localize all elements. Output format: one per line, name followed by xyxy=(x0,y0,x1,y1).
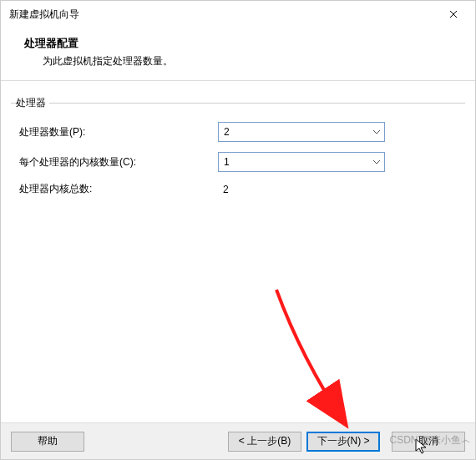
close-icon xyxy=(449,8,458,21)
back-button[interactable]: < 上一步(B) xyxy=(228,432,301,452)
cancel-button[interactable]: 取消 xyxy=(392,432,465,452)
annotation-arrow xyxy=(268,283,385,442)
wizard-header: 处理器配置 为此虚拟机指定处理器数量。 xyxy=(1,28,475,81)
group-legend: 处理器 xyxy=(16,96,49,110)
input-processor-count[interactable] xyxy=(219,123,384,141)
row-processor-count: 处理器数量(P): xyxy=(19,122,457,142)
label-total-cores: 处理器内核总数: xyxy=(19,182,218,196)
value-total-cores: 2 xyxy=(218,184,229,195)
titlebar: 新建虚拟机向导 xyxy=(1,1,475,28)
row-total-cores: 处理器内核总数: 2 xyxy=(19,182,457,196)
label-processor-count: 处理器数量(P): xyxy=(19,125,218,139)
page-title: 处理器配置 xyxy=(24,36,457,51)
window-title: 新建虚拟机向导 xyxy=(9,8,79,22)
combo-processor-count[interactable] xyxy=(218,122,385,142)
footer-bar: 帮助 < 上一步(B) 下一步(N) > 取消 xyxy=(1,422,475,459)
help-button[interactable]: 帮助 xyxy=(11,432,84,452)
label-cores-per-processor: 每个处理器的内核数量(C): xyxy=(19,155,218,169)
wizard-dialog: 新建虚拟机向导 处理器配置 为此虚拟机指定处理器数量。 处理器 处理器数量(P)… xyxy=(0,0,476,460)
input-cores-per-processor[interactable] xyxy=(219,153,384,171)
close-button[interactable] xyxy=(438,3,468,26)
page-subtitle: 为此虚拟机指定处理器数量。 xyxy=(24,54,457,68)
content-area: 处理器 处理器数量(P): 每个处理器的内核数量(C): xyxy=(1,81,475,215)
row-cores-per-processor: 每个处理器的内核数量(C): xyxy=(19,152,457,172)
processor-group: 处理器 处理器数量(P): 每个处理器的内核数量(C): xyxy=(11,96,465,215)
next-button[interactable]: 下一步(N) > xyxy=(306,432,380,452)
combo-cores-per-processor[interactable] xyxy=(218,152,385,172)
